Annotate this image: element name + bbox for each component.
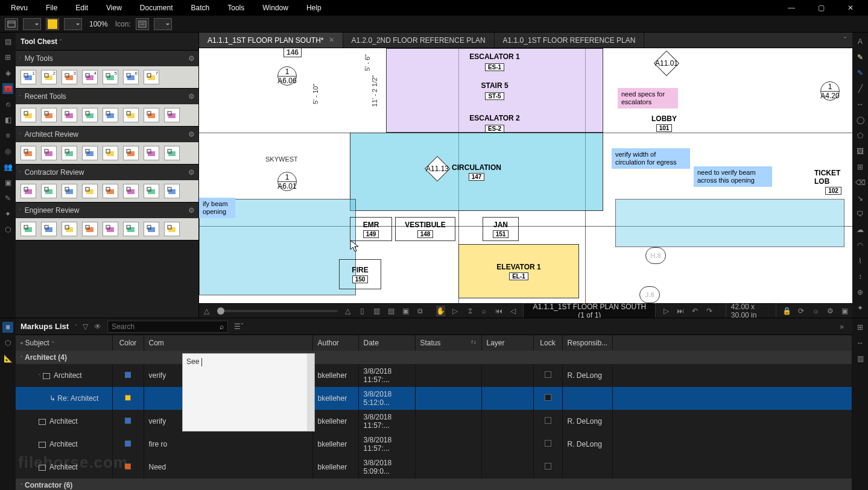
file-access-icon[interactable]: ▤: [2, 36, 13, 47]
gear-icon[interactable]: ⚙: [188, 130, 195, 139]
tab-overflow-icon[interactable]: ˇ: [838, 33, 852, 48]
dimmer-icon[interactable]: ☼: [811, 306, 820, 316]
links-icon[interactable]: ⎋: [2, 99, 13, 110]
detach-icon[interactable]: ⧉: [416, 306, 424, 316]
section-header[interactable]: ˇContractor Review⚙: [16, 165, 198, 180]
pen-icon[interactable]: ✎: [855, 68, 866, 78]
hide-icon[interactable]: 👁: [94, 322, 101, 331]
col-subject[interactable]: ▫ Subject: [16, 335, 112, 351]
col-lock[interactable]: Lock: [533, 335, 562, 351]
document-tab[interactable]: A1.1.0_1ST FLOOR REFERENCE PLAN: [495, 33, 645, 48]
line-icon[interactable]: ╱: [855, 83, 866, 94]
first-page-icon[interactable]: ⏮: [495, 306, 503, 316]
arc-icon[interactable]: ◠: [855, 240, 866, 251]
split-vert-icon[interactable]: ▥: [373, 306, 381, 316]
section-header[interactable]: ˇRecent Tools⚙: [16, 89, 198, 104]
markup-row[interactable]: ↳ Re: Architect bkelleher 3/8/2018 5:12:…: [16, 387, 852, 410]
zoom-icon[interactable]: ⌕: [480, 306, 489, 316]
color-dropdown[interactable]: [64, 18, 82, 30]
menu-tools[interactable]: Tools: [220, 1, 252, 14]
tool-item[interactable]: [123, 184, 139, 198]
color-swatch[interactable]: [46, 18, 59, 30]
group-row[interactable]: ˇContractor (6): [16, 479, 852, 490]
section-header[interactable]: ˇMy Tools⚙: [16, 51, 198, 66]
tool-item[interactable]: [144, 70, 159, 84]
tool-item[interactable]: [164, 222, 180, 236]
tool-item[interactable]: [164, 184, 180, 198]
shape-icon[interactable]: ◯: [855, 115, 866, 125]
maximize-button[interactable]: ▢: [813, 2, 829, 13]
col-date[interactable]: Date: [358, 335, 415, 351]
drawing-canvas[interactable]: 146 ESCALATOR 1 ES-1 STAIR 5 ST-5 ESCALA…: [199, 48, 852, 303]
tool-item[interactable]: [103, 108, 118, 122]
settings-icon[interactable]: ⚙: [826, 306, 834, 316]
col-layer[interactable]: Layer: [481, 335, 533, 351]
menu-document[interactable]: Document: [133, 1, 180, 14]
tool-item[interactable]: [123, 222, 139, 236]
markup-callout[interactable]: need to verify beam across this opening: [694, 166, 772, 187]
toolchest-icon[interactable]: 🧰: [2, 83, 13, 94]
tool-item[interactable]: [144, 184, 159, 198]
markup-callout[interactable]: need specs for escalators: [618, 88, 678, 108]
single-page-icon[interactable]: ▯: [358, 306, 367, 316]
search-panel-icon[interactable]: ◎: [2, 146, 13, 157]
markup-callout[interactable]: ify beam opening: [199, 198, 235, 218]
tool-item[interactable]: [62, 108, 77, 122]
split-horiz-icon[interactable]: ▤: [387, 306, 395, 316]
align-icon[interactable]: ↔: [855, 338, 866, 348]
icon-style-button[interactable]: [136, 18, 149, 30]
tool-item[interactable]: [164, 108, 180, 122]
layers-icon[interactable]: ◧: [2, 115, 13, 125]
markup-row[interactable]: Architect Need bkelleher 3/8/2018 5:09:0…: [16, 456, 852, 479]
arrow-icon[interactable]: ↘: [855, 193, 866, 204]
filter-icon[interactable]: ▽: [83, 322, 88, 331]
properties-icon[interactable]: ≡: [2, 130, 13, 141]
tab-close-icon[interactable]: ✕: [329, 36, 334, 44]
3d-panel-icon[interactable]: ⬡: [2, 338, 13, 348]
tool-item[interactable]: [144, 222, 159, 236]
menu-edit[interactable]: Edit: [68, 1, 95, 14]
tool-item[interactable]: [103, 70, 118, 84]
count-icon[interactable]: ⊕: [855, 287, 866, 298]
prev-page-icon[interactable]: ◁: [508, 306, 517, 316]
zoom-value[interactable]: 100%: [87, 20, 110, 28]
col-author[interactable]: Author: [312, 335, 358, 351]
tool-item[interactable]: [82, 108, 98, 122]
markup-row[interactable]: ˇArchitect verify bkelleher 3/8/2018 11:…: [16, 364, 852, 387]
gear-icon[interactable]: ⚙: [188, 206, 195, 215]
gear-icon[interactable]: ⚙: [188, 54, 195, 63]
sketch-icon[interactable]: ✦: [855, 303, 866, 313]
menu-batch[interactable]: Batch: [184, 1, 217, 14]
profile-button[interactable]: [5, 18, 18, 30]
menu-view[interactable]: View: [99, 1, 129, 14]
text-tool-icon[interactable]: A: [855, 36, 866, 47]
callout-icon[interactable]: 🗨: [855, 209, 866, 219]
markups-table[interactable]: See ▫ Subject Color Com Author Date Stat…: [16, 335, 852, 490]
section-header[interactable]: ˇArchitect Review⚙: [16, 127, 198, 142]
tool-item[interactable]: [21, 70, 36, 84]
tool-item[interactable]: [41, 184, 57, 198]
pan-icon[interactable]: ✋: [436, 306, 445, 316]
eraser-icon[interactable]: ⌫: [855, 177, 866, 188]
tool-item[interactable]: [21, 222, 36, 236]
highlight-icon[interactable]: ✎: [855, 52, 866, 63]
quantity-icon[interactable]: ⊞: [855, 322, 866, 333]
tool-item[interactable]: [103, 184, 118, 198]
document-tab[interactable]: A1.1.1_1ST FLOOR PLAN SOUTH* ✕: [199, 33, 343, 48]
close-button[interactable]: ✕: [843, 2, 858, 13]
tool-item[interactable]: [82, 146, 98, 160]
studio-icon[interactable]: 👥: [2, 162, 13, 172]
tool-item[interactable]: [103, 146, 118, 160]
sets-icon[interactable]: ▣: [2, 177, 13, 188]
lock-icon[interactable]: 🔒: [782, 306, 791, 316]
tool-item[interactable]: [164, 146, 180, 160]
polygon-icon[interactable]: ⬠: [855, 130, 866, 141]
thumbnails-icon[interactable]: ⊞: [2, 52, 13, 63]
cloud-icon[interactable]: ☁: [855, 224, 866, 235]
chevron-down-icon[interactable]: ˇ: [75, 324, 77, 330]
tool-item[interactable]: [62, 70, 77, 84]
document-tab[interactable]: A1.2.0_2ND FLOOR REFERENCE PLAN: [343, 33, 495, 48]
tool-item[interactable]: [123, 146, 139, 160]
tool-chest-header[interactable]: Tool Chest ˇ: [16, 33, 198, 51]
markups-list-icon[interactable]: ≡: [2, 322, 13, 333]
